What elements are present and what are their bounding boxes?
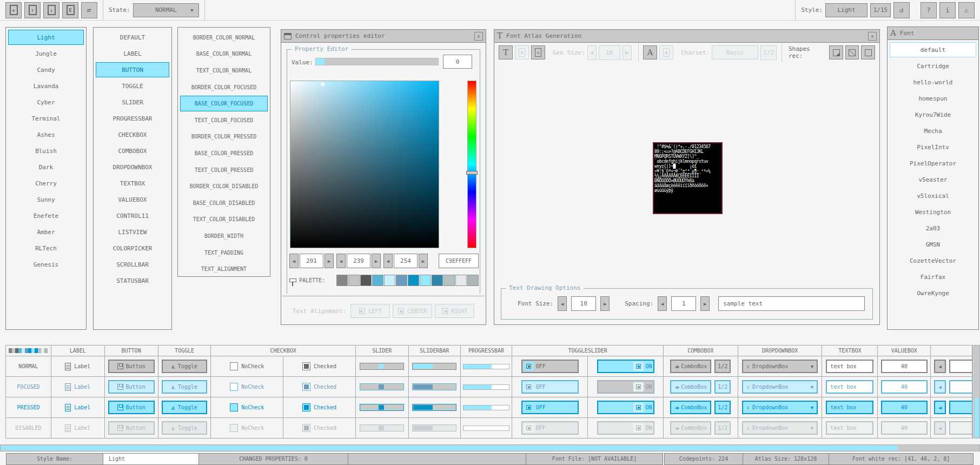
toggleslider-on[interactable]: ON xyxy=(597,380,654,394)
font-item-westington[interactable]: Westington xyxy=(890,204,976,220)
shapes-white-rec-button[interactable] xyxy=(829,45,843,59)
property-item-border-color-pressed[interactable]: BORDER_COLOR_PRESSED xyxy=(180,129,268,145)
style-item-cyber[interactable]: Cyber xyxy=(8,95,84,110)
shapes-empty-rec-button[interactable] xyxy=(861,45,875,59)
checkbox-checked[interactable] xyxy=(302,424,310,432)
control-item-default[interactable]: DEFAULT xyxy=(96,30,169,45)
close-icon[interactable]: x xyxy=(868,32,877,41)
control-item-control11[interactable]: CONTROL11 xyxy=(96,208,169,223)
sliderbar-control[interactable] xyxy=(412,383,456,390)
control-item-slider[interactable]: SLIDER xyxy=(96,95,169,110)
control-properties-titlebar[interactable]: Control properties editor x xyxy=(281,30,486,43)
spinner-left-icon[interactable]: ◀ xyxy=(336,254,346,268)
charset-font-button[interactable]: A xyxy=(643,45,657,59)
spinner-left-icon[interactable]: ◀ xyxy=(289,254,299,268)
report-issue-button[interactable]: ⚠ xyxy=(958,2,975,18)
random-style-button[interactable]: ⇄ xyxy=(81,2,97,18)
font-item-pixelintv[interactable]: PixelIntv xyxy=(890,140,976,155)
dropdownbox-control[interactable]: ⇕DropdownBox▼ xyxy=(742,380,818,394)
property-item-text-color-focused[interactable]: TEXT_COLOR_FOCUSED xyxy=(180,112,268,128)
checkbox-checked[interactable] xyxy=(302,362,310,370)
gen-size-increase-button[interactable]: ▶ xyxy=(623,45,632,60)
font-item-cartridge[interactable]: Cartridge xyxy=(890,58,976,74)
style-item-genesis[interactable]: Genesis xyxy=(8,257,84,272)
table-vertical-scrollbar[interactable] xyxy=(974,345,980,439)
style-item-amber[interactable]: Amber xyxy=(8,224,84,240)
property-item-base-color-normal[interactable]: BASE_COLOR_NORMAL xyxy=(180,46,268,62)
combobox-counter[interactable]: 1/2 xyxy=(714,421,731,435)
control-item-toggle[interactable]: TOGGLE xyxy=(96,78,169,94)
combobox-counter[interactable]: 1/2 xyxy=(714,380,731,394)
load-font-text-button[interactable]: T xyxy=(499,45,513,59)
valuebox-control[interactable]: 40 xyxy=(881,421,928,435)
spinner-left-icon[interactable]: ◀ xyxy=(383,254,393,268)
about-button[interactable]: i xyxy=(939,2,956,18)
checkbox-unchecked[interactable] xyxy=(230,403,238,411)
new-style-file-button[interactable]: + xyxy=(5,2,22,18)
property-item-text-color-normal[interactable]: TEXT_COLOR_NORMAL xyxy=(180,63,268,78)
toggleslider-off[interactable]: OFF xyxy=(521,401,579,414)
font-item-v5easter[interactable]: v5easter xyxy=(890,172,976,187)
table-horizontal-scrollbar[interactable] xyxy=(0,444,980,451)
spinner-right-icon[interactable]: ▶ xyxy=(419,254,428,268)
style-item-light[interactable]: Light xyxy=(8,30,84,45)
font-item-fairfax[interactable]: Fairfax xyxy=(890,269,976,284)
sliderbar-control[interactable] xyxy=(412,424,456,431)
font-item-mecha[interactable]: Mecha xyxy=(890,123,976,138)
export-style-file-button[interactable]: E xyxy=(62,2,78,18)
control-item-dropdownbox[interactable]: DROPDOWNBOX xyxy=(96,160,169,175)
button-control[interactable]: Button xyxy=(108,401,155,414)
toggleslider-off[interactable]: OFF xyxy=(521,360,579,373)
valuebox-control[interactable]: 40 xyxy=(881,360,928,373)
button-control[interactable]: Button xyxy=(108,421,155,435)
spinner-left-icon[interactable]: ◀ xyxy=(934,360,946,373)
dropdownbox-control[interactable]: ⇕DropdownBox▼ xyxy=(742,401,818,414)
toggleslider-on[interactable]: ON xyxy=(597,401,654,414)
style-item-rltech[interactable]: RLTech xyxy=(8,241,84,256)
property-item-border-width[interactable]: BORDER_WIDTH xyxy=(180,228,268,244)
property-item-text-color-pressed[interactable]: TEXT_COLOR_PRESSED xyxy=(180,162,268,178)
toggleslider-off[interactable]: OFF xyxy=(521,380,579,394)
font-item-owrekynge[interactable]: OwreKynge xyxy=(890,285,976,301)
toggle-control[interactable]: ◭Toggle xyxy=(162,421,207,435)
combobox-control[interactable]: ◁▶ComboBox xyxy=(670,380,711,394)
sliderbar-control[interactable] xyxy=(412,363,456,370)
charset-dropdown[interactable]: Basic xyxy=(712,45,758,59)
palette-swatch-3[interactable] xyxy=(372,275,383,286)
palette-swatch-11[interactable] xyxy=(467,275,479,286)
style-item-enefete[interactable]: Enefete xyxy=(8,208,84,223)
property-item-base-color-focused[interactable]: BASE_COLOR_FOCUSED xyxy=(180,96,268,111)
toggleslider-on[interactable]: ON xyxy=(597,421,654,435)
property-item-text-alignment[interactable]: TEXT_ALIGNMENT xyxy=(180,261,268,277)
combobox-control[interactable]: ◁▶ComboBox xyxy=(670,360,711,373)
toggle-control[interactable]: ◭Toggle xyxy=(162,380,207,394)
control-item-textbox[interactable]: TEXTBOX xyxy=(96,176,169,191)
palette-swatch-5[interactable] xyxy=(396,275,407,286)
load-style-file-button[interactable]: ↑ xyxy=(24,2,41,18)
control-item-colorpicker[interactable]: COLORPICKER xyxy=(96,241,169,256)
palette-swatch-9[interactable] xyxy=(443,275,455,286)
save-style-file-button[interactable]: ↓ xyxy=(43,2,59,18)
spinner-left-icon[interactable]: ◀ xyxy=(934,380,946,394)
charset-page[interactable]: 1/2 xyxy=(760,45,777,60)
control-item-checkbox[interactable]: CHECKBOX xyxy=(96,127,169,142)
gen-size-value[interactable]: 10 xyxy=(599,45,620,60)
slider-control[interactable] xyxy=(360,404,404,411)
textbox-control[interactable]: text box xyxy=(826,380,873,394)
property-item-base-color-disabled[interactable]: BASE_COLOR_DISABLED xyxy=(180,195,268,211)
export-atlas-image-button[interactable]: ▫ xyxy=(531,45,545,59)
rgb-value-g[interactable]: 239 xyxy=(347,254,370,268)
palette-swatch-4[interactable] xyxy=(384,275,395,286)
toggleslider-off[interactable]: OFF xyxy=(521,421,579,435)
toggleslider-on[interactable]: ON xyxy=(597,360,654,373)
vertical-scrollbar-thumb[interactable] xyxy=(975,398,979,437)
hue-bar[interactable] xyxy=(467,81,476,248)
value-slider[interactable] xyxy=(315,58,439,65)
rgb-value-b[interactable]: 254 xyxy=(394,254,418,268)
checkbox-unchecked[interactable] xyxy=(230,362,238,370)
font-item-2a03[interactable]: 2a03 xyxy=(890,221,976,236)
style-item-lavanda[interactable]: Lavanda xyxy=(8,78,84,94)
valuebox-control[interactable]: 40 xyxy=(881,380,928,394)
spacing-decrease-button[interactable]: ◀ xyxy=(658,296,667,311)
spacing-increase-button[interactable]: ▶ xyxy=(700,296,710,311)
